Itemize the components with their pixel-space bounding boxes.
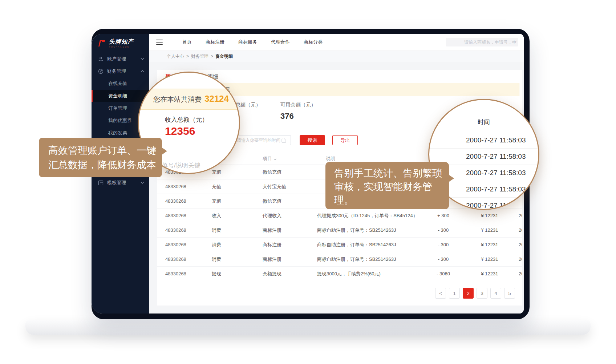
cell-project: 微信充值 bbox=[263, 169, 317, 175]
callout-left-line: 汇总数据，降低财务成本 bbox=[48, 158, 162, 172]
cell-time: 2000-7-27 11:58:03 bbox=[519, 227, 522, 233]
table-row: 48330268消费商标注册商标自助注册，订单号：SB2514263J- 300… bbox=[157, 252, 522, 267]
sidebar-group-模板管理[interactable]: 模板管理 bbox=[92, 177, 149, 189]
cell-balance: ¥ 12231 bbox=[461, 256, 519, 262]
cell-order: 48330268 bbox=[165, 198, 212, 204]
pagination-page-3[interactable]: 3 bbox=[477, 288, 487, 299]
stat-balance: 可用余额（元） 376 bbox=[270, 102, 343, 121]
sidebar-group-财务管理[interactable]: 财务管理 bbox=[92, 65, 149, 77]
cell-amount: - 3060 bbox=[426, 271, 461, 276]
callout-right-line: 告别手工统计、告别繁琐 bbox=[334, 167, 449, 180]
lens-stat-label: 收入总额（元） bbox=[165, 116, 208, 124]
calendar-icon bbox=[281, 138, 286, 144]
cell-project: 微信充值 bbox=[263, 198, 317, 205]
cell-order: 48330268 bbox=[165, 227, 212, 233]
pagination-page-1[interactable]: 1 bbox=[449, 288, 460, 299]
top-navbar: 首页商标注册商标服务代理合作商标分类 bbox=[149, 34, 524, 51]
topnav-tab[interactable]: 首页 bbox=[182, 39, 192, 45]
stat-balance-label: 可用余额（元） bbox=[280, 102, 343, 108]
topnav-tab[interactable]: 商标分类 bbox=[304, 39, 323, 45]
cell-type: 消费 bbox=[212, 242, 263, 248]
sidebar-item-资金明细[interactable]: 资金明细 bbox=[92, 90, 149, 102]
cell-type: 消费 bbox=[212, 256, 263, 263]
pagination-page-2[interactable]: 2 bbox=[463, 288, 474, 299]
cell-balance: ¥ 12231 bbox=[461, 271, 519, 276]
breadcrumb-item[interactable]: 资金明细 bbox=[215, 53, 233, 60]
cell-amount: + 300 bbox=[426, 213, 461, 218]
cell-order: 48330268 bbox=[165, 242, 212, 247]
callout-right-line: 审核，实现智能财务管 bbox=[334, 180, 449, 194]
cell-amount: - 300 bbox=[426, 227, 461, 233]
brand-tagline: TOUPAI.COM bbox=[109, 46, 134, 48]
brand-logo-icon bbox=[97, 39, 106, 48]
cell-project: 商标注册 bbox=[263, 256, 317, 263]
topnav-tabs: 首页商标注册商标服务代理合作商标分类 bbox=[182, 39, 323, 45]
pagination: <12345 bbox=[435, 288, 515, 299]
cell-desc: 商标自助注册，订单号：SB2514263J bbox=[317, 256, 426, 263]
search-button[interactable]: 搜索 bbox=[300, 135, 325, 145]
cell-amount: - 300 bbox=[426, 242, 461, 247]
topnav-tab[interactable]: 代理合作 bbox=[271, 39, 290, 45]
callout-left: 高效管理账户订单、一键汇总数据，降低财务成本 bbox=[39, 138, 162, 177]
table-row: 48330268收入代理收入代理提成300元（ID:1245，订单号：SB451… bbox=[157, 209, 522, 223]
breadcrumb-item[interactable]: 个人中心 bbox=[167, 53, 184, 60]
pagination-page-4[interactable]: 4 bbox=[490, 288, 501, 299]
chevron-up-icon bbox=[141, 70, 144, 72]
cell-type: 收入 bbox=[212, 213, 263, 219]
cell-type: 提现 bbox=[212, 271, 263, 277]
cell-order: 48330268 bbox=[165, 256, 212, 262]
cell-balance: ¥ 12231 bbox=[461, 227, 519, 233]
cell-type: 充值 bbox=[212, 183, 263, 190]
cell-desc: 商标自助注册，订单号：SB2514263J bbox=[317, 242, 426, 248]
breadcrumb-separator: > bbox=[186, 54, 189, 59]
pagination-page-5[interactable]: 5 bbox=[504, 288, 515, 299]
finance-icon bbox=[98, 69, 104, 74]
sort-caret-icon bbox=[273, 156, 277, 161]
cell-type: 充值 bbox=[212, 169, 263, 175]
topnav-tab[interactable]: 商标注册 bbox=[206, 39, 224, 45]
cell-desc: 商标自助注册，订单号：SB2514263J bbox=[317, 227, 426, 234]
cell-balance: ¥ 12231 bbox=[461, 242, 519, 247]
callout-right: 告别手工统计、告别繁琐审核，实现智能财务管理。 bbox=[325, 162, 449, 209]
cell-order: 48330268 bbox=[165, 184, 212, 189]
breadcrumb-separator: > bbox=[211, 54, 213, 59]
lens-stat-value: 12356 bbox=[165, 125, 195, 137]
cell-desc: 提现3000元，手续费2%(60元) bbox=[317, 271, 426, 277]
cell-amount: - 300 bbox=[426, 256, 461, 262]
chevron-down-icon bbox=[141, 182, 144, 184]
lens-time-row: 2000-7-27 11:58:03 bbox=[428, 132, 539, 148]
export-button[interactable]: 导出 bbox=[332, 135, 358, 145]
lens-banner-text: 您在本站共消费32124 bbox=[153, 94, 229, 104]
laptop-base bbox=[25, 320, 591, 335]
table-row: 48330268消费商标注册商标自助注册，订单号：SB2514263J- 300… bbox=[157, 238, 522, 252]
lens-time-header: 时间 bbox=[429, 118, 538, 126]
cell-time: 2000-7-27 11:58:03 bbox=[519, 271, 522, 276]
sidebar-group-label: 账户管理 bbox=[107, 56, 126, 62]
cell-order: 48330268 bbox=[165, 271, 212, 276]
trademark-search-input[interactable] bbox=[446, 38, 518, 46]
cell-time: 2000-7-27 11:58:03 bbox=[519, 256, 522, 262]
sidebar-item-在线充值[interactable]: 在线充值 bbox=[92, 77, 149, 90]
pagination-prev-button[interactable]: < bbox=[435, 288, 446, 299]
callout-right-arrow bbox=[448, 174, 454, 182]
callout-left-line: 高效管理账户订单、一键 bbox=[48, 143, 162, 158]
column-header-project[interactable]: 项目 bbox=[263, 155, 317, 162]
cell-project: 商标注册 bbox=[263, 242, 317, 248]
cell-project: 商标注册 bbox=[263, 227, 317, 234]
cell-type: 充值 bbox=[212, 198, 263, 205]
stat-balance-value: 376 bbox=[280, 112, 343, 121]
cell-project: 代理收入 bbox=[263, 213, 317, 219]
cell-time: 2000-7-27 11:58:03 bbox=[519, 242, 522, 247]
chevron-down-icon bbox=[141, 58, 144, 60]
sidebar-group-账户管理[interactable]: 账户管理 bbox=[92, 53, 149, 65]
brand-logo[interactable]: 头牌知产 TOUPAI.COM bbox=[92, 34, 149, 53]
hamburger-menu-icon[interactable] bbox=[156, 40, 163, 45]
cell-type: 消费 bbox=[212, 227, 263, 234]
cell-project: 支付宝充值 bbox=[263, 183, 317, 190]
table-row: 48330268提现余额提现提现3000元，手续费2%(60元)- 3060¥ … bbox=[157, 267, 522, 281]
topnav-tab[interactable]: 商标服务 bbox=[238, 39, 257, 45]
breadcrumb-item[interactable]: 财务管理 bbox=[191, 53, 208, 60]
cell-order: 48330268 bbox=[165, 213, 212, 218]
sidebar-group-label: 财务管理 bbox=[107, 68, 126, 74]
cell-desc: 代理提成300元（ID:1245，订单号：SB45124） bbox=[317, 213, 426, 219]
